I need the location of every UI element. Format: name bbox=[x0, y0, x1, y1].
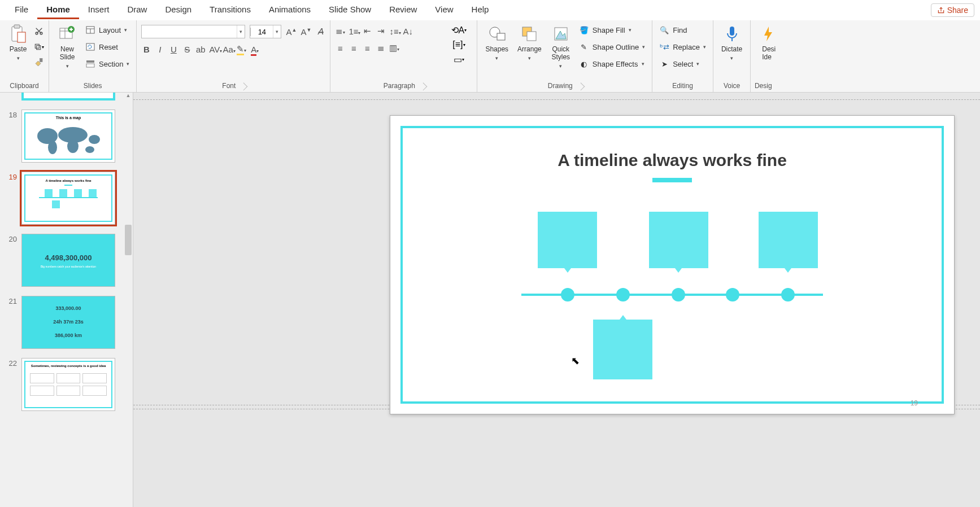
char-spacing-icon[interactable]: AV bbox=[209, 45, 219, 54]
share-button[interactable]: Share bbox=[931, 3, 974, 17]
scrollbar-handle[interactable] bbox=[125, 225, 132, 255]
thumb-19[interactable]: 19 A timeline always works fine bbox=[0, 167, 133, 229]
thumb-20[interactable]: 20 4,498,300,000 Big numbers catch your … bbox=[0, 229, 133, 291]
tab-view[interactable]: View bbox=[426, 1, 462, 19]
drawing-dialog-launcher-icon[interactable] bbox=[577, 82, 585, 90]
line-spacing-icon[interactable]: ↕≡ bbox=[389, 27, 399, 36]
svg-point-30 bbox=[85, 146, 94, 153]
reset-button[interactable]: Reset bbox=[83, 41, 132, 53]
tab-transitions[interactable]: Transitions bbox=[201, 1, 260, 19]
new-slide-button[interactable]: New Slide bbox=[54, 23, 81, 71]
design-ideas-button[interactable]: Desi Ide bbox=[755, 23, 776, 63]
paragraph-dialog-launcher-icon[interactable] bbox=[419, 82, 427, 90]
thumb-22[interactable]: 22 Sometimes, reviewing concepts is a go… bbox=[0, 353, 133, 416]
sort-icon[interactable]: A↓ bbox=[403, 27, 413, 36]
search-icon: 🔍 bbox=[659, 25, 669, 35]
thumb-21[interactable]: 21 333,000.00 24h 37m 23s 386,000 km bbox=[0, 291, 133, 353]
font-dialog-launcher-icon[interactable] bbox=[240, 82, 248, 90]
arrange-button[interactable]: Arrange bbox=[514, 23, 545, 63]
current-slide[interactable]: A timeline always works fine 19 bbox=[390, 115, 955, 414]
arrange-label: Arrange bbox=[517, 45, 542, 53]
decrease-indent-icon[interactable]: ⇤ bbox=[362, 26, 372, 36]
font-family-combo[interactable]: ▾ bbox=[141, 25, 245, 38]
timeline-dot-1[interactable] bbox=[561, 288, 574, 301]
highlight-icon[interactable]: ✎ bbox=[236, 44, 246, 54]
slide-title[interactable]: A timeline always works fine bbox=[403, 151, 942, 170]
numbering-icon[interactable]: 1≡ bbox=[349, 27, 359, 36]
bold-icon[interactable]: B bbox=[141, 45, 151, 54]
paste-button[interactable]: Paste bbox=[5, 23, 32, 63]
tab-help[interactable]: Help bbox=[463, 1, 498, 19]
format-painter-icon[interactable] bbox=[34, 58, 44, 68]
change-case-icon[interactable]: Aa bbox=[223, 45, 233, 54]
font-size-input[interactable] bbox=[250, 28, 273, 36]
tab-home[interactable]: Home bbox=[37, 1, 79, 19]
tab-slideshow[interactable]: Slide Show bbox=[320, 1, 380, 19]
timeline-callout-1[interactable] bbox=[538, 212, 597, 268]
timeline-dot-2[interactable] bbox=[616, 288, 630, 301]
select-button[interactable]: ➤Select bbox=[657, 58, 702, 70]
italic-icon[interactable]: I bbox=[155, 45, 165, 54]
thumb-19-preview: A timeline always works fine bbox=[21, 172, 115, 225]
font-family-input[interactable] bbox=[142, 28, 237, 36]
timeline-callout-3[interactable] bbox=[759, 212, 818, 268]
columns-icon[interactable]: ▥ bbox=[389, 43, 399, 53]
tab-draw[interactable]: Draw bbox=[118, 1, 156, 19]
shapes-button[interactable]: Shapes bbox=[482, 23, 512, 63]
shape-effects-button[interactable]: ◐Shape Effects bbox=[577, 58, 647, 70]
timeline-dot-5[interactable] bbox=[781, 288, 795, 301]
group-design-ideas: Desi Ide Desig bbox=[751, 20, 776, 92]
svg-rect-5 bbox=[37, 46, 41, 50]
increase-indent-icon[interactable]: ⇥ bbox=[376, 26, 386, 36]
shadow-icon[interactable]: ab bbox=[195, 45, 206, 54]
bucket-icon: 🪣 bbox=[579, 25, 589, 35]
strike-icon[interactable]: S bbox=[182, 45, 192, 54]
align-center-icon[interactable]: ≡ bbox=[349, 43, 359, 53]
svg-point-27 bbox=[89, 135, 100, 144]
font-family-caret-icon[interactable]: ▾ bbox=[237, 25, 245, 38]
justify-icon[interactable]: ≣ bbox=[376, 43, 386, 53]
smartart-icon[interactable]: ▭ bbox=[454, 54, 464, 64]
thumb-18[interactable]: 18 This is a map bbox=[0, 105, 133, 167]
dictate-button[interactable]: Dictate bbox=[718, 23, 746, 63]
find-button[interactable]: 🔍Find bbox=[657, 24, 689, 36]
cut-icon[interactable] bbox=[34, 26, 44, 36]
slide-canvas-area[interactable]: A timeline always works fine 19 ⬉ bbox=[133, 93, 980, 507]
timeline-dot-4[interactable] bbox=[726, 288, 739, 301]
font-color-icon[interactable]: A bbox=[250, 45, 260, 54]
font-size-caret-icon[interactable]: ▾ bbox=[273, 25, 281, 38]
align-left-icon[interactable]: ≡ bbox=[335, 43, 345, 53]
bullets-icon[interactable]: ≣ bbox=[335, 26, 345, 36]
tab-design[interactable]: Design bbox=[156, 1, 201, 19]
thumbnails-scrollbar[interactable]: ▲ bbox=[124, 93, 133, 507]
decrease-font-icon[interactable]: A▼ bbox=[300, 27, 311, 37]
clear-formatting-icon[interactable]: A̶ bbox=[315, 27, 325, 37]
copy-icon[interactable] bbox=[34, 42, 44, 52]
replace-button[interactable]: ᵇ⇄Replace bbox=[657, 41, 708, 53]
text-direction-icon[interactable]: ⟲A bbox=[454, 25, 464, 35]
timeline-callout-4[interactable] bbox=[593, 320, 652, 379]
thumb-prev-partial[interactable] bbox=[0, 93, 133, 105]
shape-fill-button[interactable]: 🪣Shape Fill bbox=[577, 24, 647, 36]
lightning-icon bbox=[760, 25, 776, 43]
shape-outline-button[interactable]: ✎Shape Outline bbox=[577, 41, 647, 53]
section-button[interactable]: Section bbox=[83, 58, 132, 70]
quick-styles-button[interactable]: Quick Styles bbox=[547, 23, 574, 71]
tab-review[interactable]: Review bbox=[380, 1, 426, 19]
timeline-dot-3[interactable] bbox=[672, 288, 685, 301]
tab-file[interactable]: File bbox=[6, 1, 37, 19]
slide-thumbnails-panel: 18 This is a map 19 A timeline always wo… bbox=[0, 93, 133, 507]
increase-font-icon[interactable]: A▲ bbox=[286, 27, 296, 37]
font-size-combo[interactable]: ▾ bbox=[250, 25, 281, 38]
align-right-icon[interactable]: ≡ bbox=[362, 43, 372, 53]
tab-animations[interactable]: Animations bbox=[260, 1, 320, 19]
layout-button[interactable]: Layout bbox=[83, 24, 132, 36]
arrange-icon bbox=[520, 25, 538, 43]
timeline-callout-2[interactable] bbox=[649, 212, 708, 268]
group-editing: 🔍Find ᵇ⇄Replace ➤Select Editing bbox=[652, 20, 713, 92]
align-text-icon[interactable]: [≡] bbox=[454, 40, 464, 50]
tab-insert[interactable]: Insert bbox=[79, 1, 119, 19]
design-ideas-label: Desi Ide bbox=[762, 45, 776, 61]
clipboard-icon bbox=[9, 25, 27, 43]
underline-icon[interactable]: U bbox=[168, 45, 178, 54]
